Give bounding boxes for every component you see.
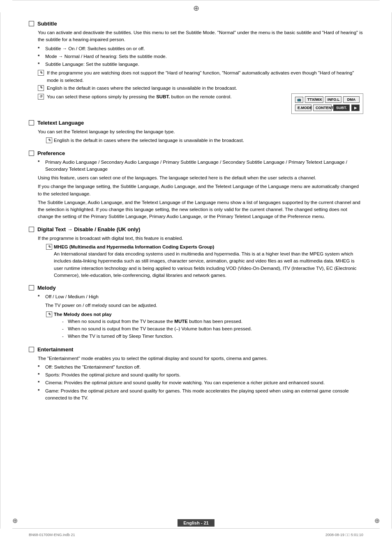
preference-para-3: The Subtitle Language, Audio Language, a… bbox=[38, 199, 363, 221]
border-bottom bbox=[12, 528, 380, 529]
subtitle-bullet-1: Subtitle → On / Off: Switches subtitles … bbox=[38, 45, 363, 52]
remote-icon-tv: 📺 bbox=[295, 97, 303, 103]
remote-text: ⑤ You can select these options simply by… bbox=[38, 93, 287, 102]
subtitle-note-1: ✎ If the programme you are watching does… bbox=[38, 70, 363, 84]
preference-body: Primary Audio Language / Secondary Audio… bbox=[29, 159, 363, 221]
teletext-body: You can set the Teletext language by sel… bbox=[29, 128, 363, 144]
remote-btn-ttxmix: TTX/MIX bbox=[305, 96, 323, 103]
entertainment-heading: Entertainment bbox=[37, 346, 73, 353]
remote-note-item: ⑤ You can select these options simply by… bbox=[38, 93, 287, 100]
remote-arrow: ▶ bbox=[351, 104, 360, 111]
subtitle-intro: You can activate and deactivate the subt… bbox=[38, 29, 363, 44]
entertainment-bullet-list: Off: Switches the "Entertainment" functi… bbox=[38, 364, 363, 402]
preference-heading: Preference bbox=[37, 150, 65, 156]
preference-bullet-list: Primary Audio Language / Secondary Audio… bbox=[38, 159, 363, 173]
entertainment-bullet-4: Game: Provides the optimal picture and s… bbox=[38, 388, 363, 402]
section-melody: Melody Off / Low / Medium / High The TV … bbox=[29, 285, 363, 341]
note-icon-1: ✎ bbox=[38, 70, 44, 76]
melody-dash-2: When no sound is output from the TV beca… bbox=[62, 325, 252, 332]
melody-body: Off / Low / Medium / High The TV power o… bbox=[29, 293, 363, 341]
mheg-body: An International standard for data encod… bbox=[54, 251, 363, 279]
entertainment-bullet-3: Cinema: Provides the optimal picture and… bbox=[38, 379, 363, 386]
section-digital-text: Digital Text → Disable / Enable (UK only… bbox=[29, 226, 363, 279]
entertainment-title-row: Entertainment bbox=[29, 346, 363, 353]
melody-sub: The TV power on / off melody sound can b… bbox=[38, 302, 363, 309]
remote-btn-infol: INFO.L bbox=[325, 96, 341, 103]
melody-dash-list: When no sound is output from the TV beca… bbox=[54, 318, 252, 340]
subtitle-body: You can activate and deactivate the subt… bbox=[29, 29, 363, 114]
remote-btn-subt: SUBT. bbox=[333, 104, 350, 111]
crosshair-top-icon bbox=[192, 4, 200, 12]
remote-btn-content: CONTENT bbox=[313, 104, 332, 111]
teletext-checkbox-icon bbox=[29, 120, 34, 125]
melody-title-row: Melody bbox=[29, 285, 363, 291]
entertainment-intro: The "Entertainment" mode enables you to … bbox=[38, 355, 363, 362]
subtitle-remote-row: ⑤ You can select these options simply by… bbox=[38, 93, 363, 114]
mheg-title: MHEG (Multimedia and Hypermedia Informat… bbox=[54, 244, 363, 251]
entertainment-bullet-2: Sports: Provides the optimal picture and… bbox=[38, 372, 363, 378]
melody-bullet-list: Off / Low / Medium / High bbox=[38, 293, 363, 300]
section-preference: Preference Primary Audio Language / Seco… bbox=[29, 150, 363, 221]
teletext-note-text: English is the default in cases where th… bbox=[54, 137, 244, 144]
teletext-heading: Teletext Language bbox=[37, 120, 84, 126]
digital-heading: Digital Text → Disable / Enable (UK only… bbox=[37, 226, 140, 232]
preference-bullet-1: Primary Audio Language / Secondary Audio… bbox=[38, 159, 363, 173]
subtitle-note-2: ✎ English is the default in cases where … bbox=[38, 85, 363, 92]
teletext-note-icon: ✎ bbox=[46, 137, 52, 143]
teletext-intro: You can set the Teletext language by sel… bbox=[38, 128, 363, 135]
digital-mheg-content: MHEG (Multimedia and Hypermedia Informat… bbox=[54, 244, 363, 279]
digital-mheg-note: ✎ MHEG (Multimedia and Hypermedia Inform… bbox=[38, 244, 363, 279]
footer-badge: English - 21 bbox=[178, 519, 214, 527]
melody-heading: Melody bbox=[37, 285, 56, 291]
footer: English - 21 bbox=[0, 519, 392, 527]
section-entertainment: Entertainment The "Entertainment" mode e… bbox=[29, 346, 363, 402]
melody-dash-1: When no sound is output from the TV beca… bbox=[62, 318, 252, 325]
footer-left-text: BN68-01700M-ENG.indb 21 bbox=[29, 533, 75, 537]
melody-checkbox-icon bbox=[29, 285, 34, 290]
remote-note-list: ⑤ You can select these options simply by… bbox=[38, 93, 287, 100]
subtitle-bullet-2: Mode → Normal / Hard of hearing: Sets th… bbox=[38, 53, 363, 60]
digital-intro: If the programme is broadcast with digit… bbox=[38, 235, 363, 242]
remote-row-1: 📺 TTX/MIX INFO.L DMA bbox=[295, 96, 360, 103]
melody-dash-3: When the TV is turned off by Sleep Timer… bbox=[62, 333, 252, 340]
subtitle-notes: ✎ If the programme you are watching does… bbox=[38, 70, 363, 92]
melody-note-title: The Melody does not play bbox=[54, 311, 252, 318]
melody-bullet-1: Off / Low / Medium / High bbox=[38, 293, 363, 300]
subtitle-title-row: Subtitle bbox=[29, 21, 363, 27]
remote-note-icon: ⑤ bbox=[38, 94, 44, 100]
entertainment-bullet-1: Off: Switches the "Entertainment" functi… bbox=[38, 364, 363, 371]
subtitle-bullet-3: Subtitle Language: Set the subtitle lang… bbox=[38, 61, 363, 68]
teletext-title-row: Teletext Language bbox=[29, 120, 363, 126]
note-icon-2: ✎ bbox=[38, 85, 44, 91]
remote-row-2: E.MODE CONTENT SUBT. ▶ bbox=[295, 104, 360, 111]
border-top bbox=[12, 0, 380, 0]
preference-para-1: Using this feature, users can select one… bbox=[38, 174, 363, 181]
preference-checkbox-icon bbox=[29, 151, 34, 156]
remote-btn-dma: DMA bbox=[343, 96, 360, 103]
border-left bbox=[0, 12, 0, 529]
entertainment-body: The "Entertainment" mode enables you to … bbox=[29, 355, 363, 402]
melody-note-content: The Melody does not play When no sound i… bbox=[54, 311, 252, 341]
digital-title-row: Digital Text → Disable / Enable (UK only… bbox=[29, 226, 363, 232]
section-subtitle: Subtitle You can activate and deactivate… bbox=[29, 21, 363, 114]
section-teletext: Teletext Language You can set the Telete… bbox=[29, 120, 363, 144]
preference-para-2: If you change the language setting, the … bbox=[38, 183, 363, 197]
digital-checkbox-icon bbox=[29, 227, 34, 232]
preference-title-row: Preference bbox=[29, 150, 363, 156]
remote-control-image: 📺 TTX/MIX INFO.L DMA E.MODE CONTENT SUBT… bbox=[291, 93, 363, 114]
subtitle-bullet-list: Subtitle → On / Off: Switches subtitles … bbox=[38, 45, 363, 68]
page-container: Subtitle You can activate and deactivate… bbox=[0, 0, 392, 541]
subtitle-heading: Subtitle bbox=[37, 21, 57, 27]
remote-btn-emode: E.MODE bbox=[295, 104, 311, 111]
digital-note-icon: ✎ bbox=[46, 244, 52, 250]
melody-note-icon: ✎ bbox=[46, 311, 52, 317]
melody-note: ✎ The Melody does not play When no sound… bbox=[38, 311, 363, 341]
subtitle-checkbox-icon bbox=[29, 21, 34, 26]
entertainment-checkbox-icon bbox=[29, 347, 34, 352]
digital-body: If the programme is broadcast with digit… bbox=[29, 235, 363, 279]
footer-right-text: 2008-08-19 □□ 5:01:10 bbox=[325, 533, 363, 537]
teletext-note: ✎ English is the default in cases where … bbox=[38, 137, 363, 144]
